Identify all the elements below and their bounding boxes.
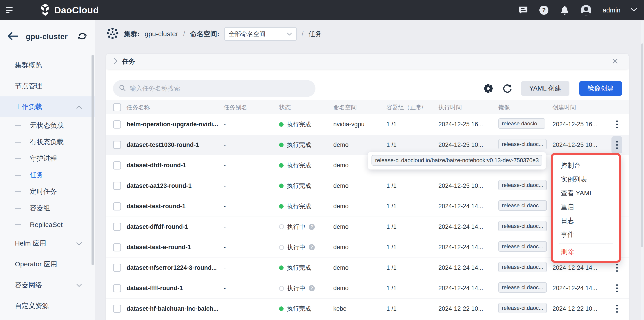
status-done-dot-icon: [279, 265, 284, 270]
job-name-cell[interactable]: helm-operation-upgrade-nvidi...: [126, 121, 224, 128]
namespace-cell: demo: [333, 264, 386, 271]
sidebar-item-stateless-workloads[interactable]: 无状态负载: [0, 117, 95, 134]
job-alias-cell: -: [224, 182, 279, 189]
image-chip[interactable]: release-ci.daoc...: [498, 303, 547, 313]
job-name-cell[interactable]: dataset-test-a-round-1: [126, 244, 224, 251]
gear-icon[interactable]: [483, 83, 494, 94]
image-create-button[interactable]: 镜像创建: [579, 81, 622, 96]
job-name-cell[interactable]: dataset-dffdf-round-1: [126, 223, 224, 230]
status-cell: 执行中?: [279, 223, 333, 231]
yaml-create-button[interactable]: YAML 创建: [521, 81, 570, 96]
row-checkbox[interactable]: [113, 161, 121, 170]
status-done-dot-icon: [279, 184, 284, 188]
sidebar-scrollbar[interactable]: [92, 55, 94, 265]
chevron-down-icon[interactable]: [630, 8, 637, 13]
sync-icon[interactable]: [78, 32, 87, 41]
row-checkbox[interactable]: [113, 305, 121, 313]
context-menu-item-2[interactable]: 查看 YAML: [553, 186, 619, 200]
sidebar-item-operator-apps[interactable]: Operator 应用: [0, 254, 95, 274]
job-name-cell[interactable]: dataset-aa123-round-1: [126, 182, 224, 189]
sidebar-item-replicaset[interactable]: ReplicaSet: [0, 216, 95, 233]
row-checkbox[interactable]: [113, 264, 121, 272]
sidebar-item-pods[interactable]: 容器组: [0, 200, 95, 216]
image-chip[interactable]: release-ci.daoc...: [498, 262, 547, 272]
table-row: dataset-test1030-round-1-执行完成demo1 /1202…: [106, 135, 629, 155]
search-input[interactable]: [130, 85, 302, 92]
pods-cell: 1 /1: [386, 203, 438, 210]
back-arrow-icon[interactable]: [7, 32, 18, 41]
chevron-right-icon[interactable]: [114, 58, 118, 65]
image-chip[interactable]: release-ci.daoc...: [498, 221, 547, 231]
sidebar-item-daemonsets[interactable]: 守护进程: [0, 150, 95, 167]
sidebar-item-custom-resources[interactable]: 自定义资源: [0, 295, 95, 316]
hamburger-icon[interactable]: [6, 6, 13, 15]
job-name-cell[interactable]: dataset-hf-baichuan-inc-baich...: [126, 305, 224, 312]
row-checkbox[interactable]: [113, 202, 121, 211]
sidebar-item-workloads[interactable]: 工作负载: [0, 96, 95, 117]
job-name-cell[interactable]: dataset-nfserror1224-3-round...: [126, 264, 224, 271]
sidebar-item-cluster-overview[interactable]: 集群概览: [0, 55, 95, 76]
job-name-cell[interactable]: dataset-test1030-round-1: [126, 141, 224, 148]
search-box[interactable]: [113, 80, 316, 97]
context-menu-item-4[interactable]: 日志: [553, 214, 619, 228]
image-chip[interactable]: release-ci.daoc...: [498, 241, 547, 252]
search-icon: [119, 84, 126, 93]
sidebar-item-node-management[interactable]: 节点管理: [0, 76, 95, 96]
sidebar-item-label: 定时任务: [30, 187, 57, 196]
image-cell: release-ci.daoc...: [498, 139, 552, 151]
kebab-icon[interactable]: [612, 136, 622, 153]
kebab-icon[interactable]: [612, 300, 622, 317]
bell-icon[interactable]: [560, 6, 570, 15]
context-menu-item-delete[interactable]: 删除: [553, 245, 619, 258]
image-chip[interactable]: release.daoclo...: [498, 118, 545, 129]
sidebar-item-label: 工作负载: [15, 102, 42, 112]
context-menu-item-1[interactable]: 实例列表: [553, 173, 619, 186]
kebab-icon[interactable]: [612, 116, 622, 133]
breadcrumb-cluster-value[interactable]: gpu-cluster: [144, 30, 178, 38]
context-menu-item-3[interactable]: 重启: [553, 200, 619, 214]
sidebar-item-cronjobs[interactable]: 定时任务: [0, 183, 95, 200]
created-time-cell: 2024-12-24 14...: [552, 264, 610, 271]
row-checkbox[interactable]: [113, 120, 121, 128]
image-cell: release-ci.daoc...: [498, 200, 552, 212]
row-checkbox[interactable]: [113, 243, 121, 251]
sidebar-item-stateful-workloads[interactable]: 有状态负载: [0, 134, 95, 150]
sidebar-item-container-network[interactable]: 容器网络: [0, 274, 95, 295]
job-name-cell[interactable]: dataset-ffff-round-1: [126, 285, 224, 292]
kebab-icon[interactable]: [612, 280, 622, 297]
dash-icon: [15, 158, 21, 159]
chat-icon[interactable]: [518, 6, 528, 15]
row-checkbox[interactable]: [113, 182, 121, 190]
context-menu-item-0[interactable]: 控制台: [553, 159, 619, 173]
row-checkbox[interactable]: [113, 141, 121, 149]
row-checkbox[interactable]: [113, 223, 121, 231]
panel-tab-label[interactable]: 任务: [122, 57, 135, 66]
context-menu-item-5[interactable]: 事件: [553, 228, 619, 241]
column-header-4: 容器组（正常/...: [386, 103, 438, 111]
status-cell: 执行完成: [279, 120, 333, 128]
dash-icon: [15, 175, 21, 176]
namespace-select[interactable]: 全部命名空间: [224, 27, 297, 41]
page-scrollbar[interactable]: [641, 21, 644, 320]
job-name-cell[interactable]: dataset-dfdf-round-1: [126, 162, 224, 169]
question-badge-icon[interactable]: ?: [309, 285, 315, 291]
avatar[interactable]: [581, 5, 591, 16]
select-all-checkbox[interactable]: [113, 103, 121, 111]
job-name-cell[interactable]: dataset-test-round-1: [126, 203, 224, 210]
row-checkbox[interactable]: [113, 284, 121, 292]
exec-time-cell: 2024-12-25 10...: [438, 141, 498, 148]
help-icon[interactable]: ?: [539, 6, 549, 15]
image-chip[interactable]: release-ci.daoc...: [498, 180, 547, 190]
image-chip[interactable]: release-ci.daoc...: [498, 200, 547, 211]
created-time-cell: 2024-12-25 10...: [552, 141, 610, 148]
sidebar-item-helm-apps[interactable]: Helm 应用: [0, 233, 95, 254]
question-badge-icon[interactable]: ?: [309, 224, 315, 230]
close-icon[interactable]: [612, 58, 618, 65]
image-chip[interactable]: release-ci.daoc...: [498, 282, 547, 293]
status-done-dot-icon: [279, 142, 284, 147]
sidebar-item-jobs[interactable]: 任务: [0, 167, 95, 183]
image-chip[interactable]: release-ci.daoc...: [498, 139, 547, 149]
refresh-icon[interactable]: [502, 83, 512, 94]
status-label: 执行完成: [287, 161, 311, 170]
question-badge-icon[interactable]: ?: [309, 244, 315, 250]
